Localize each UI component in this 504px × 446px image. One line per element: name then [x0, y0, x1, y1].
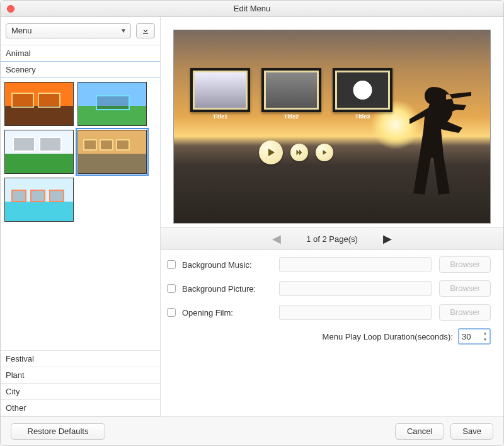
window-title: Edit Menu — [234, 4, 271, 13]
preview-wrap: Title1 Title2 Title3 — [161, 17, 503, 227]
play-icon — [266, 147, 276, 157]
save-button[interactable]: Save — [450, 423, 493, 440]
sidebar: Menu ▼ Animal Scenery — [1, 17, 161, 416]
template-thumb[interactable] — [4, 82, 74, 126]
category-list-bottom: Festival Plant City Other — [1, 350, 160, 416]
bg-picture-input[interactable] — [279, 281, 432, 296]
frame-label: Title1 — [193, 113, 248, 120]
bg-music-browse-button[interactable]: Browser — [439, 256, 491, 273]
template-thumbnails — [1, 78, 160, 350]
settings-panel: Background Music: Browser Background Pic… — [161, 250, 503, 353]
menu-type-select[interactable]: Menu ▼ — [6, 23, 131, 38]
pager-text: 1 of 2 Page(s) — [306, 234, 358, 244]
chevron-down-icon: ▼ — [120, 24, 127, 38]
template-thumb[interactable] — [4, 178, 74, 222]
chevron-up-icon: ▲ — [481, 330, 489, 336]
photographer-silhouette — [402, 74, 478, 200]
category-other[interactable]: Other — [1, 400, 160, 416]
bg-music-input[interactable] — [279, 257, 432, 272]
loop-duration-stepper[interactable]: 30 ▲▼ — [458, 328, 491, 345]
category-plant[interactable]: Plant — [1, 367, 160, 384]
play-button[interactable] — [259, 140, 283, 164]
play-icon — [321, 149, 328, 156]
menu-frame-3[interactable]: Title3 — [333, 68, 392, 112]
download-button[interactable] — [136, 23, 155, 38]
template-thumb[interactable] — [77, 130, 147, 174]
category-festival[interactable]: Festival — [1, 350, 160, 367]
frame-label: Title3 — [335, 113, 390, 120]
stepper-arrows[interactable]: ▲▼ — [481, 330, 489, 343]
bg-picture-checkbox[interactable] — [167, 284, 176, 293]
opening-film-input[interactable] — [279, 305, 432, 320]
category-animal[interactable]: Animal — [1, 45, 160, 62]
footer: Restore Defaults Cancel Save — [1, 416, 503, 445]
template-thumb[interactable] — [77, 82, 147, 126]
body: Menu ▼ Animal Scenery — [1, 17, 503, 416]
sidebar-top: Menu ▼ — [1, 17, 160, 45]
menu-frame-2[interactable]: Title2 — [261, 68, 321, 112]
bg-music-checkbox[interactable] — [167, 260, 176, 269]
category-city[interactable]: City — [1, 384, 160, 400]
next-button[interactable] — [316, 144, 333, 161]
bg-picture-row: Background Picture: Browser — [167, 277, 491, 300]
frame-row: Title1 Title2 Title3 — [190, 68, 392, 112]
close-icon[interactable] — [7, 5, 14, 13]
opening-film-checkbox[interactable] — [167, 308, 176, 317]
window-controls — [7, 5, 14, 13]
chevron-down-icon: ▼ — [481, 336, 489, 343]
prev-page-button[interactable]: ◀ — [272, 232, 281, 246]
opening-film-row: Opening Film: Browser — [167, 300, 491, 324]
loop-duration-label: Menu Play Loop Duration(seconds): — [323, 332, 453, 341]
bg-picture-browse-button[interactable]: Browser — [439, 280, 491, 297]
edit-menu-window: Edit Menu Menu ▼ Animal Scenery — [0, 0, 504, 446]
playback-controls — [259, 140, 333, 164]
bg-music-row: Background Music: Browser — [167, 253, 491, 277]
bg-music-label: Background Music: — [182, 260, 275, 270]
titlebar: Edit Menu — [1, 1, 503, 17]
next-page-button[interactable]: ▶ — [383, 232, 392, 246]
cancel-button[interactable]: Cancel — [395, 423, 444, 440]
category-scenery[interactable]: Scenery — [1, 61, 160, 78]
restore-defaults-button[interactable]: Restore Defaults — [11, 423, 105, 440]
template-thumb[interactable] — [4, 130, 74, 174]
menu-frame-1[interactable]: Title1 — [190, 68, 250, 112]
menu-preview: Title1 Title2 Title3 — [173, 30, 491, 224]
loop-duration-value: 30 — [462, 332, 471, 341]
loop-duration-row: Menu Play Loop Duration(seconds): 30 ▲▼ — [167, 324, 491, 348]
menu-type-value: Menu — [11, 26, 32, 35]
bg-picture-label: Background Picture: — [182, 284, 275, 294]
pager: ◀ 1 of 2 Page(s) ▶ — [161, 227, 503, 250]
opening-film-browse-button[interactable]: Browser — [439, 304, 491, 321]
forward-button[interactable] — [290, 144, 308, 161]
category-list-top: Animal Scenery — [1, 45, 160, 78]
opening-film-label: Opening Film: — [182, 308, 275, 317]
forward-icon — [295, 149, 303, 156]
download-icon — [141, 26, 150, 35]
main-panel: Title1 Title2 Title3 — [161, 17, 503, 416]
frame-label: Title2 — [264, 113, 319, 120]
